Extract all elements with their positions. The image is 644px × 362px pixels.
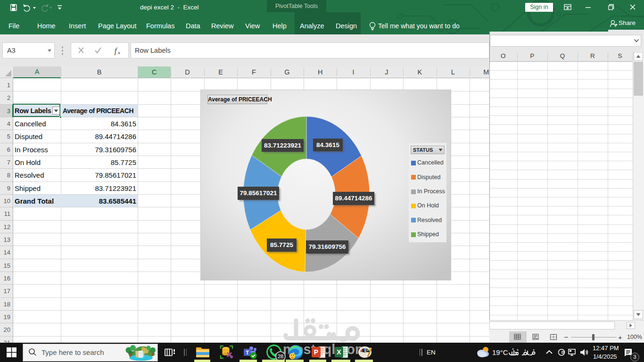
svg-text:x: x	[117, 49, 120, 55]
svg-text:P: P	[314, 348, 318, 356]
svg-text:28: 28	[278, 354, 283, 359]
svg-text:X: X	[337, 348, 341, 356]
svg-text:T: T	[246, 350, 249, 355]
svg-text:f: f	[115, 47, 118, 55]
